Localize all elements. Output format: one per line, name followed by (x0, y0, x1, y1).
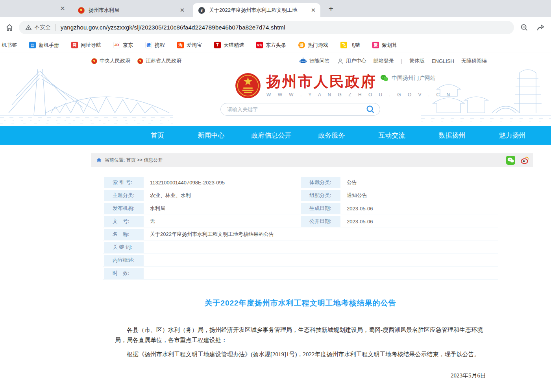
search-input[interactable] (227, 107, 366, 112)
manual-icon: ▤ (29, 42, 36, 48)
field-label: 组配分类: (300, 189, 341, 202)
article-title: 关于2022年度扬州市水利工程文明工地考核结果的公告 (115, 298, 486, 308)
new-tab-button[interactable]: + (326, 4, 336, 14)
bookmark-hot-games[interactable]: 游 热门游戏 (295, 42, 332, 49)
field-label: 发布机构: (103, 202, 144, 215)
field-value (144, 267, 498, 280)
breadcrumb: 当前位置: 首页 >> 信息公开 (91, 153, 533, 167)
tab-announcement-active[interactable]: e 关于2022年度扬州市水利工程文明工地 ✕ (193, 3, 320, 17)
article-date: 2023年5月6日 (115, 372, 486, 379)
warning-icon (25, 24, 32, 31)
bookmark-site-navigation[interactable]: 网 网址导航 (68, 42, 105, 49)
bookmark-label: 京东 (123, 42, 133, 49)
field-value: 农业、林业、水利 (144, 189, 300, 202)
field-label: 内容概述: (103, 254, 144, 267)
main-navigation: 首页 新闻中心 政府信息公开 政务服务 互动交流 数据扬州 魅力扬州 (0, 126, 551, 145)
bookmark-fliggy[interactable]: 飞 飞猪 (337, 42, 364, 49)
bookmark-juhuasuan[interactable]: 聚 聚划算 (369, 42, 401, 49)
mail-login-link[interactable]: 邮箱登录 (373, 57, 394, 64)
field-value: 2023-05-06 (341, 215, 498, 228)
nav-gov-services[interactable]: 政务服务 (301, 131, 362, 140)
site-url: W W W . Y A N G Z H O U . G O V . C N (266, 92, 453, 98)
bookmark-new-phone-manual[interactable]: ▤ 新机手册 (26, 42, 63, 49)
english-link[interactable]: ENGLISH (432, 58, 454, 64)
table-row: 时 效: (103, 267, 498, 280)
site-search[interactable] (220, 103, 380, 116)
zoom-out-icon[interactable] (520, 23, 529, 32)
security-chip[interactable]: 不安全 (25, 24, 51, 31)
site-utility-bar: 中央人民政府 江苏省人民政府 智能问答 用户中心 邮箱登录 | (0, 53, 551, 69)
link-label: ENGLISH (432, 58, 454, 64)
tab-close-icon[interactable]: ✕ (58, 4, 67, 13)
link-central-government[interactable]: 中央人民政府 (91, 57, 130, 64)
link-label: 江苏省人民政府 (146, 57, 181, 64)
bookmark-aitaobao[interactable]: 淘 爱淘宝 (174, 42, 205, 49)
field-value: 2023-05-06 (341, 202, 498, 215)
nav-gov-info-disclosure[interactable]: 政府信息公开 (241, 131, 301, 140)
toolbar-right-icons (520, 23, 546, 32)
jd-icon: JD (113, 42, 120, 48)
games-icon: 游 (298, 42, 305, 48)
field-label: 名 称: (103, 228, 144, 241)
tab-title: 扬州市水利局 (89, 7, 175, 14)
bookmark-tmall[interactable]: T 天猫精选 (211, 42, 248, 49)
nav-data-yangzhou[interactable]: 数据扬州 (422, 131, 482, 140)
browser-tab-bar: ✕ 扬州市水利局 ✕ e 关于2022年度扬州市水利工程文明工地 ✕ + (0, 0, 551, 17)
smart-qa-link[interactable]: 智能问答 (299, 57, 330, 64)
table-row: 发布机构: 水利局 生成日期: 2023-05-06 (103, 202, 498, 215)
site-favicon: e (198, 7, 205, 14)
nav-charming-yangzhou[interactable]: 魅力扬州 (482, 131, 542, 140)
field-label: 体裁分类: (300, 176, 341, 189)
field-value: 无 (144, 215, 300, 228)
search-icon[interactable] (366, 105, 375, 114)
article-paragraph: 各县（市、区）水利（务）局，扬州经济开发区城乡事务管理局，生态科技新城规划建设局… (115, 325, 486, 345)
robot-icon (299, 57, 307, 64)
nav-news-center[interactable]: 新闻中心 (181, 131, 241, 140)
field-value: 通知公告 (341, 189, 498, 202)
field-value: 公告 (341, 176, 498, 189)
link-label: 智能问答 (309, 57, 330, 64)
user-center-link[interactable]: 用户中心 (337, 57, 366, 64)
browser-toolbar: 不安全 yangzhou.gov.cn/yzszxxgk/slj/202305/… (0, 17, 551, 37)
bookmark-ctrip[interactable]: 携 携程 (142, 42, 168, 49)
share-icon[interactable] (536, 23, 545, 32)
field-value: 关于2022年度扬州市水利工程文明工地考核结果的公告 (144, 228, 498, 241)
address-bar[interactable]: 不安全 yangzhou.gov.cn/yzszxxgk/slj/202305/… (19, 21, 514, 34)
home-icon[interactable] (96, 157, 102, 163)
bookmark-jd[interactable]: JD 京东 (110, 42, 137, 49)
tab-close-icon[interactable]: ✕ (309, 6, 317, 14)
field-label: 主题分类: (103, 189, 144, 202)
table-row: 名 称: 关于2022年度扬州市水利工程文明工地考核结果的公告 (103, 228, 498, 241)
bookmark-label: 天猫精选 (224, 42, 244, 49)
table-row: 索 引 号: 11321000014407098E-2023-095 体裁分类:… (103, 176, 498, 189)
bookmark-phone-bookmarks[interactable]: 机书签 (2, 42, 20, 49)
bookmark-label: 飞猪 (350, 42, 360, 49)
breadcrumb-text[interactable]: 当前位置: 首页 >> 信息公开 (105, 157, 501, 164)
field-value: 水利局 (144, 202, 300, 215)
table-row: 主题分类: 农业、林业、水利 组配分类: 通知公告 (103, 189, 498, 202)
weibo-share-icon[interactable] (520, 156, 529, 165)
bookmark-eastday[interactable]: 东方 东方头条 (253, 42, 290, 49)
field-label: 文 号: (103, 215, 144, 228)
table-row: 内容概述: (103, 254, 498, 267)
accessibility-link[interactable]: 无障碍阅读 (461, 57, 487, 64)
wechat-share-icon[interactable] (506, 156, 515, 165)
site-banner: 扬州市人民政府 W W W . Y A N G Z H O U . G O V … (0, 69, 551, 126)
traditional-chinese-link[interactable]: 繁体版 (409, 57, 425, 64)
url-text[interactable]: yangzhou.gov.cn/yzszxxgk/slj/202305/210c… (61, 24, 285, 31)
field-value: 11321000014407098E-2023-095 (144, 176, 300, 189)
home-icon[interactable] (5, 23, 14, 32)
bookmarks-bar: 机书签 ▤ 新机手册 网 网址导航 JD 京东 携 携程 淘 爱淘宝 T 天猫精… (0, 37, 551, 53)
tab-close-icon[interactable]: ✕ (178, 6, 186, 14)
nav-site-icon: 网 (71, 42, 78, 48)
field-value (144, 254, 498, 267)
tab-yangzhou-water-bureau[interactable]: 扬州市水利局 ✕ (72, 3, 193, 17)
portal-text: 中国扬州门户网站 (392, 75, 436, 82)
link-jiangsu-government[interactable]: 江苏省人民政府 (137, 57, 181, 64)
nav-home[interactable]: 首页 (134, 131, 181, 140)
national-emblem-icon (235, 73, 261, 99)
nav-interaction[interactable]: 互动交流 (362, 131, 422, 140)
banner-art-left-bridge (0, 69, 173, 126)
wechat-portal-icon (380, 74, 388, 82)
user-links: 智能问答 用户中心 邮箱登录 | 繁体版 ENGLISH 无障碍阅读 (299, 57, 487, 64)
